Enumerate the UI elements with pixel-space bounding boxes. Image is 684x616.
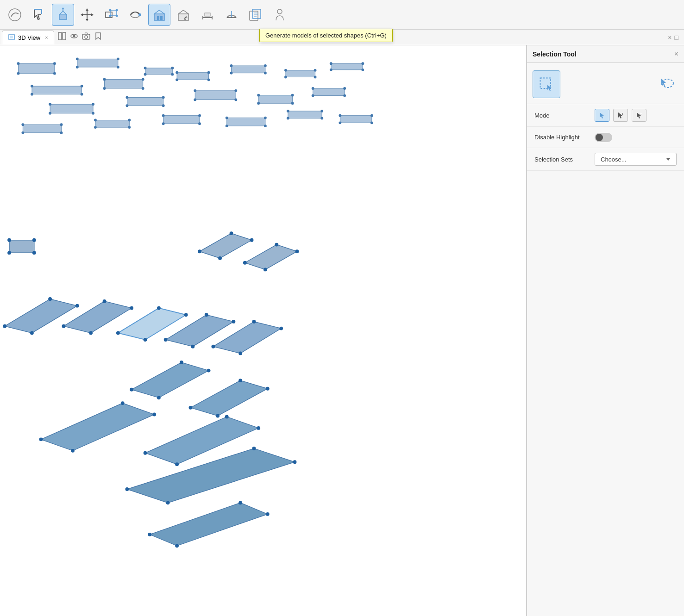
svg-marker-26 <box>178 10 188 14</box>
svg-point-51 <box>53 62 56 65</box>
person-button[interactable] <box>269 4 291 26</box>
tab-close-button[interactable]: × <box>45 35 48 40</box>
svg-point-61 <box>171 67 174 69</box>
svg-point-97 <box>49 112 51 115</box>
stack-icon[interactable] <box>58 32 66 43</box>
mode-subtract-button[interactable]: − <box>632 109 646 122</box>
tab-bar-maximize-icon[interactable]: □ <box>675 34 678 41</box>
svg-rect-41 <box>10 36 13 38</box>
toolbar-tooltip: Generate models of selected shapes (Ctrl… <box>259 29 393 42</box>
svg-point-95 <box>49 103 51 106</box>
follow-me-button[interactable] <box>124 4 146 26</box>
svg-point-65 <box>31 85 33 87</box>
svg-point-145 <box>339 114 341 117</box>
svg-point-130 <box>162 114 165 117</box>
mode-row: Mode + <box>527 104 684 127</box>
svg-point-190 <box>130 388 133 392</box>
3d-viewport[interactable] <box>0 45 527 616</box>
svg-point-123 <box>60 131 63 134</box>
svg-marker-6 <box>62 7 64 9</box>
svg-point-122 <box>21 131 24 134</box>
svg-point-171 <box>205 313 208 317</box>
svg-rect-34 <box>250 11 258 20</box>
svg-point-100 <box>126 96 128 99</box>
camera-icon[interactable] <box>82 32 90 43</box>
svg-point-81 <box>264 64 267 67</box>
svg-point-203 <box>71 449 75 453</box>
svg-point-150 <box>7 238 11 242</box>
svg-rect-99 <box>127 98 163 106</box>
svg-point-132 <box>162 122 165 125</box>
selection-rectangle-button[interactable] <box>533 70 560 98</box>
bookmark-icon[interactable] <box>94 32 102 43</box>
svg-point-148 <box>370 121 373 124</box>
main-toolbar: Generate models of selected shapes (Ctrl… <box>0 0 684 30</box>
selection-sets-content: Choose... <box>595 153 677 166</box>
tab-bar-close-icon[interactable]: × <box>668 34 671 41</box>
svg-point-136 <box>264 117 267 119</box>
svg-point-53 <box>53 72 56 75</box>
mode-select-button[interactable] <box>595 109 609 122</box>
svg-point-82 <box>230 72 233 75</box>
svg-point-135 <box>226 117 228 119</box>
svg-rect-89 <box>331 63 363 70</box>
svg-point-90 <box>330 62 333 65</box>
svg-point-163 <box>89 331 93 335</box>
svg-point-83 <box>264 72 267 75</box>
svg-point-157 <box>75 304 79 308</box>
model-info-button[interactable] <box>245 4 267 26</box>
svg-text:+: + <box>621 112 624 116</box>
svg-rect-119 <box>23 124 61 133</box>
arrow-tool-button[interactable] <box>28 4 50 26</box>
svg-point-165 <box>116 331 120 335</box>
svg-point-188 <box>264 268 267 271</box>
svg-point-205 <box>144 451 147 455</box>
svg-point-76 <box>207 71 210 74</box>
svg-rect-64 <box>32 86 82 94</box>
svg-point-198 <box>216 414 220 418</box>
svg-point-168 <box>144 338 147 342</box>
svg-point-87 <box>284 76 287 79</box>
logo-button[interactable] <box>4 4 26 26</box>
generate-models-button[interactable] <box>148 4 170 26</box>
svg-point-102 <box>126 104 128 107</box>
mode-add-button[interactable]: + <box>613 109 628 122</box>
svg-point-120 <box>21 123 24 126</box>
scale-button[interactable] <box>100 4 122 26</box>
svg-point-96 <box>92 103 94 106</box>
svg-point-75 <box>176 71 178 74</box>
svg-point-193 <box>157 396 161 399</box>
tab-3d-view[interactable]: 3D View × <box>2 31 54 44</box>
dimension-button[interactable] <box>196 4 219 26</box>
push-pull-button[interactable] <box>52 4 74 26</box>
svg-point-131 <box>198 114 201 117</box>
svg-point-121 <box>60 123 63 126</box>
cursor-lasso-button[interactable] <box>655 73 678 96</box>
interact-button[interactable] <box>172 4 195 26</box>
selection-sets-row: Selection Sets Choose... <box>527 148 684 171</box>
svg-point-208 <box>175 462 179 466</box>
eye-icon[interactable] <box>70 32 78 43</box>
tab-label: 3D View <box>18 34 40 41</box>
svg-point-175 <box>211 345 215 348</box>
disable-highlight-toggle[interactable] <box>595 133 612 142</box>
svg-point-153 <box>32 251 36 255</box>
protractor-button[interactable] <box>220 4 243 26</box>
svg-point-106 <box>234 89 237 92</box>
panel-close-button[interactable]: × <box>674 50 678 58</box>
svg-rect-23 <box>157 16 159 20</box>
3d-view-icon <box>8 33 15 42</box>
move-button[interactable] <box>76 4 98 26</box>
panel-icon-row <box>527 63 684 104</box>
svg-point-27 <box>184 19 186 20</box>
svg-point-183 <box>218 256 222 260</box>
svg-point-80 <box>230 64 233 67</box>
svg-point-195 <box>189 406 193 410</box>
svg-point-191 <box>180 361 183 364</box>
svg-point-111 <box>291 94 294 97</box>
selection-sets-dropdown[interactable]: Choose... <box>595 153 677 166</box>
svg-point-67 <box>31 93 33 96</box>
svg-point-56 <box>117 57 119 60</box>
svg-point-0 <box>9 9 21 21</box>
panel-header: Selection Tool × <box>527 45 684 63</box>
